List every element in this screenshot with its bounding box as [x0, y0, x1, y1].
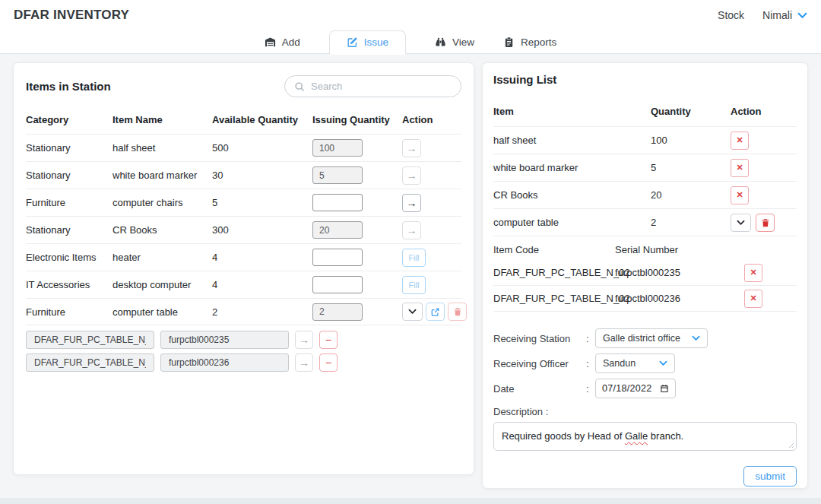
serial-edit-row: → −: [26, 353, 461, 372]
cell-category: Stationary: [26, 224, 113, 236]
issue-form: Receiving Station : Galle district offic…: [493, 328, 797, 487]
col-item: Item: [493, 106, 651, 117]
col-item-name: Item Name: [113, 114, 212, 125]
item-code-input: [26, 331, 154, 349]
issuing-quantity-input: [312, 166, 363, 184]
issuing-quantity-input: [312, 139, 363, 157]
tab-view[interactable]: View: [435, 30, 474, 54]
delete-item-button[interactable]: [756, 214, 775, 232]
date-label: Date: [493, 383, 586, 395]
arrow-right-icon: →: [299, 357, 309, 368]
serial-edit-row: → −: [26, 331, 461, 349]
cell-item-name: heater: [113, 252, 212, 263]
chevron-down-icon: [692, 335, 700, 341]
date-input[interactable]: 07/18/2022: [595, 379, 676, 398]
stock-link[interactable]: Stock: [718, 9, 744, 21]
cell-quantity: 2: [651, 217, 731, 228]
cell-available-quantity: 30: [212, 170, 312, 181]
receiving-station-label: Receiving Station: [493, 333, 586, 344]
col-category: Category: [26, 114, 113, 125]
cell-item-code: DFAR_FUR_PC_TABLE_N_02: [493, 267, 615, 278]
col-issuing-quantity: Issuing Quantity: [312, 114, 402, 125]
serial-row: DFAR_FUR_PC_TABLE_N_02 furpctbl000235 ✕: [493, 260, 797, 286]
tab-issue[interactable]: Issue: [329, 30, 406, 55]
issuing-quantity-input[interactable]: [312, 276, 363, 293]
cell-item-name: CR Books: [113, 224, 212, 236]
arrow-right-icon: →: [299, 334, 309, 345]
cell-serial-number: furpctbl000236: [615, 293, 735, 304]
remove-item-button[interactable]: ✕: [731, 186, 749, 204]
remove-item-button[interactable]: ✕: [731, 132, 749, 150]
delete-row-button: [448, 303, 467, 321]
resize-grip-icon[interactable]: [787, 441, 794, 448]
x-icon: ✕: [736, 190, 743, 200]
chevron-down-icon: [659, 360, 667, 366]
move-to-issuing-button: →: [402, 139, 421, 157]
cell-available-quantity: 4: [212, 279, 312, 290]
receiving-officer-value: Sandun: [603, 358, 636, 369]
user-menu[interactable]: Nimali: [762, 9, 807, 21]
export-to-issuing-button[interactable]: [426, 303, 445, 321]
tab-add[interactable]: Add: [265, 30, 300, 54]
table-row: Stationary CR Books 300 →: [26, 216, 461, 243]
tab-reports[interactable]: Reports: [503, 30, 556, 54]
fill-serials-button[interactable]: Fill: [402, 249, 426, 267]
receiving-officer-select[interactable]: Sandun: [595, 353, 675, 373]
issuing-row: computer table 2: [493, 209, 797, 236]
tab-label: Reports: [521, 36, 556, 48]
fill-serials-button[interactable]: Fill: [402, 276, 426, 294]
search-icon: [294, 81, 305, 92]
x-icon: ✕: [750, 293, 756, 303]
table-row: Furniture computer chairs 5 →: [26, 189, 461, 216]
bottom-strip: [0, 498, 821, 504]
serial-number-input: [160, 353, 289, 372]
app-title: DFAR INVENTORY: [14, 8, 129, 23]
cell-item: half sheet: [493, 135, 651, 146]
nav-tabs: Add Issue View Reports: [0, 30, 821, 54]
collapse-serials-button[interactable]: [402, 303, 423, 321]
issuing-quantity-input: [312, 221, 363, 239]
cell-item-name: desktop computer: [113, 279, 212, 290]
collapse-serials-button[interactable]: [731, 214, 751, 232]
serial-row: DFAR_FUR_PC_TABLE_N_02 furpctbl000236 ✕: [493, 286, 797, 312]
serial-edit-rows: → − → −: [26, 331, 461, 372]
serial-number-input: [160, 331, 289, 349]
search-input[interactable]: [311, 81, 452, 92]
cell-item: computer table: [493, 217, 651, 228]
x-icon: ✕: [750, 268, 756, 277]
receiving-station-select[interactable]: Galle district office: [595, 328, 708, 348]
move-serial-button: →: [295, 331, 313, 349]
cell-available-quantity: 4: [212, 252, 312, 263]
trash-icon: [761, 218, 770, 227]
issuing-list-panel: Issuing List Item Quantity Action half s…: [482, 62, 808, 489]
issuing-row: CR Books 20 ✕: [493, 182, 797, 209]
remove-serial-button[interactable]: ✕: [744, 264, 762, 282]
cell-category: Furniture: [26, 306, 113, 318]
description-label: Description :: [493, 406, 797, 417]
description-textarea[interactable]: Required goods by Head of Galle branch.: [493, 422, 797, 451]
binoculars-icon: [435, 36, 446, 48]
remove-serial-button[interactable]: −: [319, 331, 338, 349]
receiving-station-value: Galle district office: [603, 333, 680, 344]
cell-item-code: DFAR_FUR_PC_TABLE_N_02: [493, 293, 615, 304]
search-box[interactable]: [284, 75, 461, 97]
submit-button[interactable]: submit: [743, 466, 797, 487]
calendar-icon: [660, 384, 669, 393]
items-table-header: Category Item Name Available Quantity Is…: [26, 111, 461, 134]
warehouse-icon: [265, 36, 276, 48]
chevron-down-icon: [408, 309, 417, 315]
issuing-quantity-input[interactable]: [312, 249, 363, 266]
table-row: Stationary white board marker 30 →: [26, 161, 461, 189]
remove-serial-button[interactable]: ✕: [744, 290, 762, 308]
remove-item-button[interactable]: ✕: [731, 159, 749, 177]
tab-label: Issue: [364, 36, 388, 48]
remove-serial-button[interactable]: −: [319, 353, 338, 372]
issuing-quantity-input[interactable]: [312, 194, 363, 211]
items-panel-title: Items in Station: [26, 80, 111, 93]
move-to-issuing-button[interactable]: →: [402, 194, 421, 212]
cell-item: white board marker: [493, 162, 651, 173]
cell-item: CR Books: [493, 189, 651, 201]
cell-item-name: computer table: [113, 306, 212, 318]
col-serial-number: Serial Number: [615, 244, 797, 255]
tab-label: Add: [282, 36, 300, 48]
